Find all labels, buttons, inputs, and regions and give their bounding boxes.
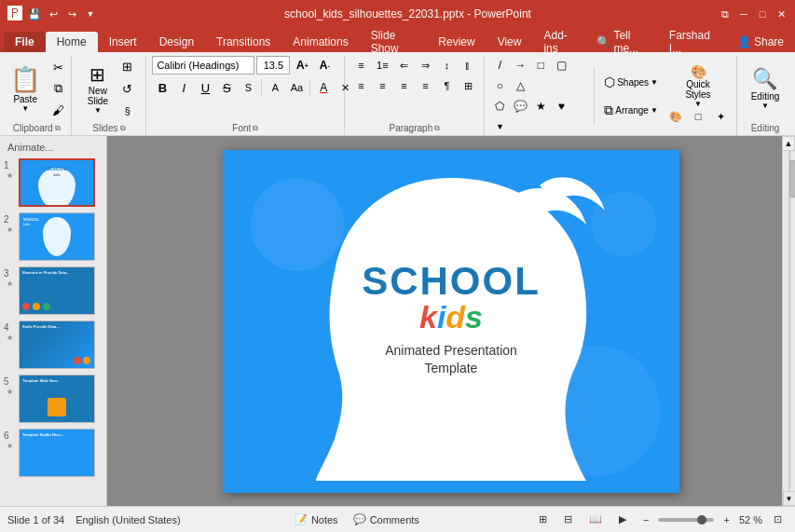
tab-transitions[interactable]: Transitions bbox=[205, 32, 281, 52]
pentagon-shape[interactable]: ⬠ bbox=[490, 97, 509, 116]
slide-thumbnail-2[interactable]: 2 ★ SCHOOL kids bbox=[4, 212, 103, 261]
paste-arrow[interactable]: ▼ bbox=[21, 104, 29, 113]
slide-thumb-3[interactable]: Reasons to Provide Data... bbox=[19, 266, 95, 315]
font-color-button[interactable]: A bbox=[313, 78, 334, 97]
increase-indent-button[interactable]: ⇒ bbox=[415, 56, 435, 75]
paste-button[interactable]: 📋 Paste ▼ bbox=[5, 61, 46, 116]
font-expand-icon[interactable]: ⧉ bbox=[253, 124, 258, 133]
columns-button[interactable]: ⫿ bbox=[458, 56, 478, 75]
section-button[interactable]: § bbox=[117, 101, 138, 121]
slide-sorter-button[interactable]: ⊟ bbox=[558, 512, 578, 527]
paragraph-expand-icon[interactable]: ⧉ bbox=[434, 124, 440, 133]
heart-shape[interactable]: ♥ bbox=[552, 97, 570, 116]
zoom-slider[interactable] bbox=[658, 518, 714, 522]
copy-button[interactable]: ⧉ bbox=[48, 78, 68, 99]
more-shapes-btn[interactable]: ▼ bbox=[490, 117, 509, 136]
clipboard-expand-icon[interactable]: ⧉ bbox=[55, 124, 61, 133]
oval-shape[interactable]: ○ bbox=[490, 76, 509, 95]
slides-expand-icon[interactable]: ⧉ bbox=[120, 124, 126, 133]
change-case-button[interactable]: Aa bbox=[286, 78, 307, 97]
scrollbar-thumb[interactable] bbox=[789, 160, 796, 198]
rounded-rect-shape[interactable]: ▢ bbox=[552, 56, 570, 75]
fit-slide-button[interactable]: ⊡ bbox=[768, 512, 788, 527]
zoom-thumb[interactable] bbox=[697, 515, 706, 525]
normal-view-button[interactable]: ⊞ bbox=[533, 512, 553, 527]
underline-button[interactable]: U bbox=[195, 78, 215, 97]
tab-animations[interactable]: Animations bbox=[281, 32, 359, 52]
line-spacing-button[interactable]: ↕ bbox=[436, 56, 457, 75]
restore-icon[interactable]: ⧉ bbox=[719, 7, 732, 20]
shadow-button[interactable]: S bbox=[238, 78, 258, 97]
char-spacing-button[interactable]: A bbox=[265, 78, 285, 97]
tab-home[interactable]: Home bbox=[46, 32, 98, 52]
font-name-input[interactable] bbox=[152, 56, 254, 75]
slide-thumb-5[interactable]: Template Slide Now... bbox=[19, 375, 95, 423]
slide-thumbnail-5[interactable]: 5 ★ Template Slide Now... bbox=[4, 375, 103, 423]
scrollbar-down-button[interactable]: ▼ bbox=[783, 491, 796, 506]
arrange-button[interactable]: ⧉ Arrange ▼ bbox=[598, 97, 664, 123]
tab-file[interactable]: File bbox=[4, 32, 46, 52]
shape-outline-button[interactable]: □ bbox=[688, 107, 708, 126]
tab-account[interactable]: Farshad I... bbox=[658, 32, 726, 52]
tab-design[interactable]: Design bbox=[148, 32, 205, 52]
slide-thumb-6[interactable]: Template Studio Here... bbox=[19, 429, 95, 477]
bold-button[interactable]: B bbox=[152, 78, 172, 97]
slide-thumbnail-6[interactable]: 6 ★ Template Studio Here... bbox=[4, 429, 103, 477]
bullet-list-button[interactable]: ≡ bbox=[350, 56, 371, 75]
tab-addins[interactable]: Add-ins bbox=[532, 32, 585, 52]
decrease-font-button[interactable]: A- bbox=[314, 56, 335, 75]
tab-slideshow[interactable]: Slide Show bbox=[360, 32, 428, 52]
tab-review[interactable]: Review bbox=[427, 32, 486, 52]
maximize-button[interactable]: □ bbox=[756, 7, 769, 20]
line-shape[interactable]: / bbox=[490, 56, 509, 75]
decrease-indent-button[interactable]: ⇐ bbox=[393, 56, 414, 75]
close-button[interactable]: ✕ bbox=[774, 7, 788, 20]
shapes-button[interactable]: ⬡ Shapes ▼ bbox=[598, 69, 664, 95]
comments-button[interactable]: 💬 Comments bbox=[348, 512, 425, 527]
redo-icon[interactable]: ↪ bbox=[65, 7, 78, 20]
align-left-button[interactable]: ≡ bbox=[350, 76, 371, 95]
format-painter-button[interactable]: 🖌 bbox=[48, 100, 68, 120]
quick-styles-button[interactable]: 🎨 QuickStyles ▼ bbox=[665, 66, 731, 105]
text-direction-button[interactable]: ¶ bbox=[436, 76, 457, 95]
smart-art-button[interactable]: ⊞ bbox=[458, 76, 478, 95]
slide-thumb-1[interactable]: SCHOOL kids bbox=[19, 158, 95, 207]
star-shape[interactable]: ★ bbox=[531, 97, 550, 116]
slide-thumb-4[interactable]: Smile Provide Data... bbox=[19, 321, 95, 369]
slide-thumbnail-3[interactable]: 3 ★ Reasons to Provide Data... bbox=[4, 266, 103, 315]
zoom-out-button[interactable]: − bbox=[637, 512, 654, 527]
callout-shape[interactable]: 💬 bbox=[511, 97, 529, 116]
slide-thumbnail-4[interactable]: 4 ★ Smile Provide Data... bbox=[4, 321, 103, 369]
tab-share[interactable]: 👤 Share bbox=[726, 32, 795, 52]
minimize-button[interactable]: ─ bbox=[737, 7, 750, 20]
justify-button[interactable]: ≡ bbox=[415, 76, 435, 95]
collapse-ribbon-button[interactable]: ▲ bbox=[782, 136, 795, 151]
align-right-button[interactable]: ≡ bbox=[393, 76, 414, 95]
zoom-in-button[interactable]: + bbox=[718, 512, 734, 527]
presenter-view-button[interactable]: ▶ bbox=[613, 512, 632, 527]
triangle-shape[interactable]: △ bbox=[511, 76, 529, 95]
tab-tellme[interactable]: 🔍 Tell me... bbox=[585, 32, 657, 52]
customize-icon[interactable]: ▼ bbox=[84, 7, 97, 20]
rect-shape[interactable]: □ bbox=[531, 56, 550, 75]
undo-icon[interactable]: ↩ bbox=[47, 7, 60, 20]
numbered-list-button[interactable]: 1≡ bbox=[372, 56, 392, 75]
cut-button[interactable]: ✂ bbox=[48, 57, 68, 77]
italic-button[interactable]: I bbox=[173, 78, 194, 97]
save-icon[interactable]: 💾 bbox=[28, 7, 41, 20]
font-size-input[interactable] bbox=[256, 56, 290, 75]
slide-thumb-2[interactable]: SCHOOL kids bbox=[19, 212, 95, 261]
reading-view-button[interactable]: 📖 bbox=[583, 512, 608, 527]
new-slide-arrow[interactable]: ▼ bbox=[94, 106, 102, 115]
editing-arrow[interactable]: ▼ bbox=[761, 102, 769, 110]
arrow-shape[interactable]: → bbox=[511, 56, 529, 75]
reset-button[interactable]: ↺ bbox=[117, 78, 138, 99]
align-center-button[interactable]: ≡ bbox=[372, 76, 392, 95]
shape-fill-button[interactable]: 🎨 bbox=[665, 107, 686, 126]
layout-button[interactable]: ⊞ bbox=[117, 56, 138, 76]
shape-effects-button[interactable]: ✦ bbox=[710, 107, 731, 126]
new-slide-button[interactable]: ⊞ New Slide ▼ bbox=[80, 61, 116, 116]
slide-thumbnail-1[interactable]: 1 ★ SCHOOL kids bbox=[4, 158, 103, 207]
strikethrough-button[interactable]: S bbox=[216, 78, 237, 97]
notes-button[interactable]: 📝 Notes bbox=[289, 512, 344, 527]
